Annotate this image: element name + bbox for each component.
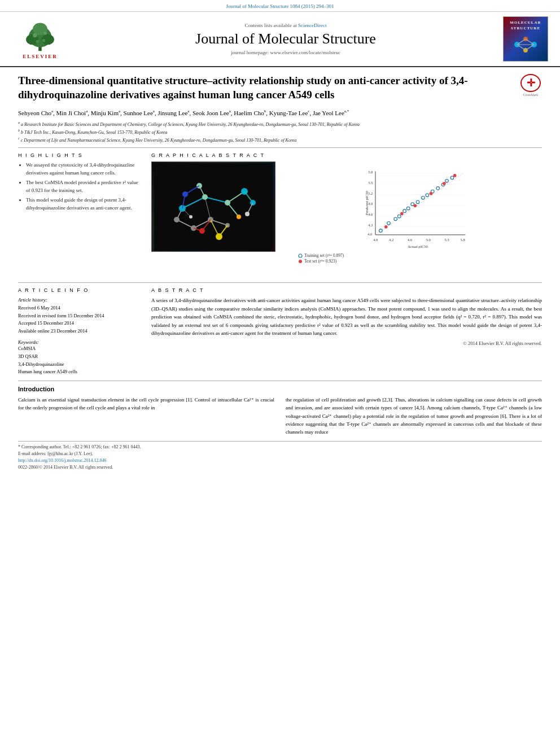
available-date: Available online 23 December 2014 (18, 327, 142, 335)
section-divider-1 (18, 147, 542, 148)
footnotes-area: * Corresponding author. Tel.: +82 2 961 … (18, 441, 542, 471)
abstract-text: A series of 3,4-dihydroquinazoline deriv… (151, 296, 542, 337)
corresponding-author-note: * Corresponding author. Tel.: +82 2 961 … (18, 444, 542, 451)
svg-text:5.5: 5.5 (444, 238, 449, 242)
graphical-abstract-heading: G R A P H I C A L A B S T R A C T (151, 152, 542, 158)
svg-line-14 (526, 39, 534, 45)
journal-header: ELSEVIER Contents lists available at Sci… (0, 12, 560, 67)
elsevier-brand-text: ELSEVIER (23, 54, 58, 59)
svg-text:4.6: 4.6 (368, 213, 373, 217)
svg-line-16 (517, 45, 526, 50)
intro-right-col: the regulation of cell proliferation and… (286, 396, 542, 436)
svg-text:4.0: 4.0 (373, 238, 378, 242)
copyright-line: © 2014 Elsevier B.V. All rights reserved… (151, 340, 542, 346)
title-section: Three-dimensional quantitative structure… (18, 74, 542, 104)
highlight-item-3: This model would guide the design of pot… (26, 196, 142, 212)
svg-point-99 (299, 254, 302, 257)
svg-text:5.8: 5.8 (368, 171, 373, 174)
section-divider-3 (18, 381, 542, 381)
history-label: Article history: (18, 296, 142, 304)
keywords-list: CoMSIA 3D QSAR 3,4-Dihydroquinazoline Hu… (18, 345, 142, 375)
article-info-col: A R T I C L E I N F O Article history: R… (18, 287, 142, 375)
cover-thumbnail: MOLECULARSTRUCTURE (503, 16, 548, 62)
revised-date: Received in revised form 15 December 201… (18, 312, 142, 320)
article-history: Article history: Received 6 May 2014 Rec… (18, 296, 142, 335)
svg-point-78 (379, 229, 383, 233)
scatter-plot-area: 5.8 5.5 5.2 4.9 4.6 4.3 4.0 (280, 161, 542, 278)
introduction-section: Introduction Calcium is an essential sig… (18, 386, 542, 436)
elsevier-logo: ELSEVIER (20, 19, 60, 59)
received-date: Received 6 May 2014 (18, 304, 142, 312)
svg-text:4.2: 4.2 (389, 238, 393, 242)
graphical-abstract-section: G R A P H I C A L A B S T R A C T (151, 152, 542, 278)
chart-legend: Training set (r²= 0.897) Test set (r²= 0… (298, 253, 537, 264)
svg-text:5.2: 5.2 (368, 191, 373, 195)
keywords-section: Keywords: CoMSIA 3D QSAR 3,4-Dihydroquin… (18, 339, 142, 375)
highlights-heading: H I G H L I G H T S (18, 152, 142, 158)
accepted-date: Accepted 15 December 2014 (18, 320, 142, 327)
molecule-3d-image (151, 161, 275, 252)
article-content: Three-dimensional quantitative structure… (0, 67, 560, 478)
svg-point-7 (36, 40, 40, 43)
issn-line: 0022-2860/© 2014 Elsevier B.V. All right… (18, 464, 542, 471)
cover-graphic (509, 32, 542, 58)
affiliation-b: b b T&J Tech Inc., Kasan-Dong, Keumchon-… (18, 128, 542, 136)
svg-line-15 (526, 45, 534, 50)
svg-point-81 (397, 215, 401, 219)
highlights-section: H I G H L I G H T S We assayed the cytot… (18, 152, 142, 278)
section-divider-2 (18, 282, 542, 283)
svg-point-91 (445, 180, 449, 183)
article-title: Three-dimensional quantitative structure… (18, 74, 515, 102)
svg-point-33 (237, 215, 241, 219)
crossmark-icon: ✛ (520, 74, 541, 92)
svg-point-92 (450, 176, 454, 180)
svg-text:4.3: 4.3 (368, 223, 373, 227)
svg-point-96 (430, 192, 433, 195)
svg-point-87 (426, 194, 429, 197)
svg-point-89 (436, 187, 440, 190)
svg-text:4.0: 4.0 (368, 232, 373, 236)
keywords-label: Keywords: (18, 339, 142, 345)
highlight-item-2: The best CoMSIA model provided a predict… (26, 179, 142, 194)
keyword-3: 3,4-Dihydroquinazoline (18, 361, 142, 369)
svg-text:4.6: 4.6 (408, 238, 413, 242)
journal-homepage: journal homepage: www.elsevier.com/locat… (71, 50, 500, 55)
svg-point-5 (33, 33, 37, 37)
keyword-1: CoMSIA (18, 345, 142, 353)
email-note: E-mail address: ljy@khu.ac.kr (J.Y. Lee)… (18, 451, 542, 457)
svg-point-42 (245, 212, 250, 216)
svg-line-77 (375, 174, 463, 235)
svg-point-95 (414, 204, 417, 208)
svg-point-35 (174, 217, 180, 222)
svg-point-6 (43, 32, 47, 35)
svg-point-80 (394, 217, 397, 221)
svg-point-94 (400, 212, 404, 216)
svg-rect-18 (154, 163, 273, 251)
crossmark-badge[interactable]: ✛ CrossMark (519, 74, 542, 97)
intro-text-columns: Calcium is an essential signal transduct… (18, 396, 542, 436)
svg-text:Predicted pIC50: Predicted pIC50 (365, 191, 369, 215)
science-direct-link[interactable]: Contents lists available at ScienceDirec… (71, 23, 500, 28)
legend-training: Training set (r²= 0.897) (298, 253, 537, 258)
svg-point-30 (202, 194, 208, 200)
abstract-col: A B S T R A C T A series of 3,4-dihydroq… (151, 287, 542, 375)
authors-line: Sehyeon Choa, Min Ji Choia, Minju Kima, … (18, 108, 542, 118)
highlights-list: We assayed the cytotoxicity of 3,4-dihyd… (18, 161, 142, 212)
svg-point-82 (403, 209, 406, 213)
journal-title-area: Contents lists available at ScienceDirec… (71, 23, 500, 55)
svg-point-44 (189, 215, 193, 219)
highlight-item-1: We assayed the cytotoxicity of 3,4-dihyd… (26, 161, 142, 177)
svg-line-13 (517, 39, 526, 45)
svg-text:Actual pIC50: Actual pIC50 (408, 245, 428, 249)
affiliation-a: a a Research Institute for Basic Science… (18, 120, 542, 128)
svg-text:4.9: 4.9 (368, 202, 373, 206)
highlights-graphical-row: H I G H L I G H T S We assayed the cytot… (18, 152, 542, 278)
crossmark-label: CrossMark (523, 93, 539, 97)
affiliations-block: a a Research Institute for Basic Science… (18, 120, 542, 143)
molecule-svg (154, 163, 273, 251)
svg-text:5.5: 5.5 (368, 181, 373, 185)
doi-line[interactable]: http://dx.doi.org/10.1016/j.molstruc.201… (18, 457, 542, 464)
svg-text:5.0: 5.0 (426, 238, 431, 242)
info-abstract-row: A R T I C L E I N F O Article history: R… (18, 287, 542, 375)
keyword-2: 3D QSAR (18, 353, 142, 361)
